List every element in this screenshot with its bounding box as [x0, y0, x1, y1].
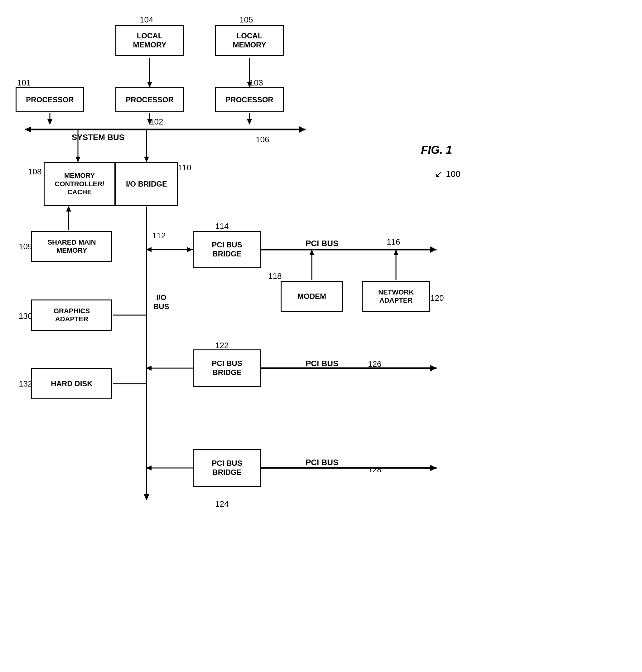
svg-marker-24 [187, 247, 193, 252]
ref-110: 110 [178, 163, 191, 173]
pci-bus2-label: PCI BUS [306, 359, 338, 368]
ref-116: 116 [387, 237, 400, 247]
diagram: PROCESSOR PROCESSOR PROCESSOR LOCALMEMOR… [0, 0, 642, 672]
svg-marker-38 [430, 365, 437, 371]
arrow-100: ↙ [435, 169, 442, 179]
svg-marker-1 [147, 82, 152, 87]
ref-106: 106 [256, 135, 269, 144]
ref-124: 124 [215, 499, 229, 509]
svg-marker-9 [247, 119, 252, 125]
svg-marker-43 [430, 465, 437, 471]
shared-main-memory-box: SHARED MAINMEMORY [31, 231, 112, 262]
ref-128: 128 [368, 465, 381, 474]
pci-bus-bridge1-box: PCI BUSBRIDGE [193, 231, 261, 268]
pci-bus-bridge2-box: PCI BUSBRIDGE [193, 350, 261, 387]
ref-100: 100 [446, 169, 461, 179]
ref-132: 132 [19, 379, 32, 389]
svg-marker-20 [144, 494, 149, 500]
ref-126: 126 [368, 359, 381, 369]
io-bus-label: I/OBUS [153, 293, 169, 312]
local-memory1-box: LOCALMEMORY [115, 25, 184, 56]
pci-bus-bridge3-box: PCI BUSBRIDGE [193, 449, 261, 487]
processor2-box: PROCESSOR [115, 87, 184, 112]
ref-118: 118 [268, 271, 282, 281]
svg-marker-35 [146, 366, 152, 371]
hard-disk-box: HARD DISK [31, 368, 112, 399]
svg-marker-11 [25, 126, 31, 132]
graphics-adapter-box: GRAPHICSADAPTER [31, 300, 112, 331]
ref-104: 104 [140, 15, 153, 25]
ref-120: 120 [430, 293, 444, 303]
processor3-box: PROCESSOR [215, 87, 284, 112]
ref-103: 103 [249, 78, 263, 88]
mem-controller-box: MEMORYCONTROLLER/CACHE [44, 162, 115, 206]
diagram-svg [0, 0, 642, 672]
system-bus-label: SYSTEM BUS [72, 132, 125, 142]
ref-114: 114 [215, 221, 229, 231]
svg-marker-18 [66, 206, 71, 212]
svg-marker-31 [309, 250, 314, 255]
network-adapter-box: NETWORKADAPTER [362, 281, 430, 312]
pci-bus3-label: PCI BUS [306, 458, 338, 467]
svg-marker-16 [144, 156, 149, 162]
processor1-box: PROCESSOR [16, 87, 84, 112]
pci-bus1-label: PCI BUS [306, 239, 338, 248]
ref-109: 109 [19, 242, 32, 252]
fig1-label: FIG. 1 [421, 143, 452, 156]
svg-marker-26 [146, 247, 152, 252]
svg-marker-33 [394, 250, 398, 255]
svg-marker-44 [144, 495, 149, 500]
modem-box: MODEM [281, 281, 343, 312]
ref-122: 122 [215, 341, 229, 350]
svg-marker-5 [47, 119, 52, 125]
io-bridge-box: I/O BRIDGE [115, 162, 178, 206]
svg-marker-12 [299, 126, 306, 132]
svg-marker-40 [146, 466, 152, 470]
ref-101: 101 [17, 78, 30, 88]
local-memory2-box: LOCALMEMORY [215, 25, 284, 56]
ref-130: 130 [19, 312, 32, 321]
svg-marker-29 [430, 246, 437, 253]
ref-112: 112 [152, 231, 166, 241]
svg-marker-14 [75, 156, 80, 162]
ref-108: 108 [28, 167, 41, 177]
ref-105: 105 [240, 15, 253, 25]
ref-102: 102 [150, 117, 163, 127]
